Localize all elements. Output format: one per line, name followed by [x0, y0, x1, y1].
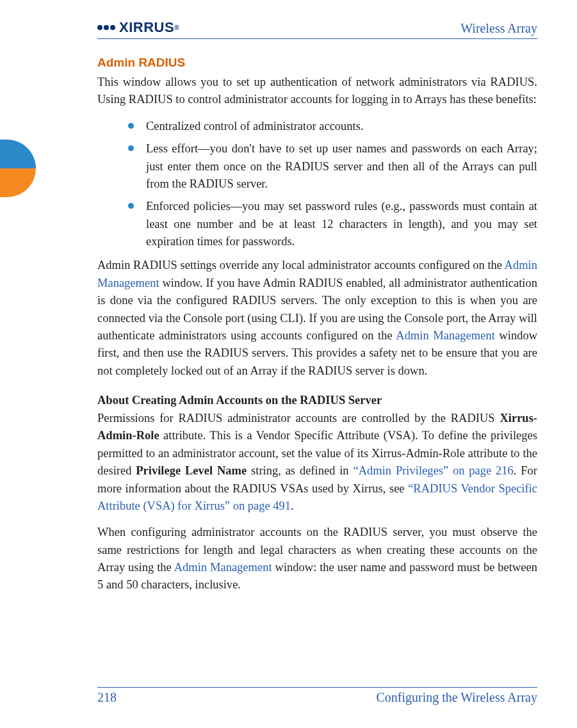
list-item: Less effort—you don't have to set up use…	[128, 140, 537, 193]
page-header: XIRRUS® Wireless Array	[97, 19, 537, 39]
admin-privileges-link[interactable]: “Admin Privileges” on page 216	[353, 464, 513, 477]
logo-dots-icon	[97, 25, 117, 30]
header-doc-title: Wireless Array	[460, 21, 537, 36]
page-footer: 218 Configuring the Wireless Array	[97, 687, 537, 705]
benefits-list: Centralized control of administrator acc…	[97, 118, 537, 251]
page: XIRRUS® Wireless Array Admin RADIUS This…	[0, 0, 577, 728]
admin-management-link[interactable]: Admin Management	[174, 561, 272, 574]
restrictions-paragraph: When configuring administrator accounts …	[97, 524, 537, 594]
radius-attr-paragraph: Permissions for RADIUS administrator acc…	[97, 410, 537, 515]
side-tab-marker	[0, 140, 36, 197]
list-item: Enforced policies—you may set password r…	[128, 198, 537, 250]
admin-management-link[interactable]: Admin Management	[396, 329, 495, 342]
text-run: Admin RADIUS settings override any local…	[97, 259, 505, 271]
text-run: Permissions for RADIUS administrator acc…	[97, 412, 500, 425]
footer-section-label: Configuring the Wireless Array	[376, 690, 537, 705]
page-number: 218	[97, 690, 117, 705]
logo-text: XIRRUS	[119, 19, 174, 36]
text-run: string, as defined in	[247, 464, 353, 477]
text-run: .	[291, 499, 294, 512]
section-title: Admin RADIUS	[97, 56, 537, 70]
term-privilege-level-name: Privilege Level Name	[136, 464, 247, 477]
subsection-heading: About Creating Admin Accounts on the RAD…	[97, 394, 537, 407]
intro-paragraph: This window allows you to set up authent…	[97, 74, 537, 109]
list-item: Centralized control of administrator acc…	[128, 118, 537, 135]
brand-logo: XIRRUS®	[97, 19, 179, 36]
override-paragraph: Admin RADIUS settings override any local…	[97, 257, 537, 380]
